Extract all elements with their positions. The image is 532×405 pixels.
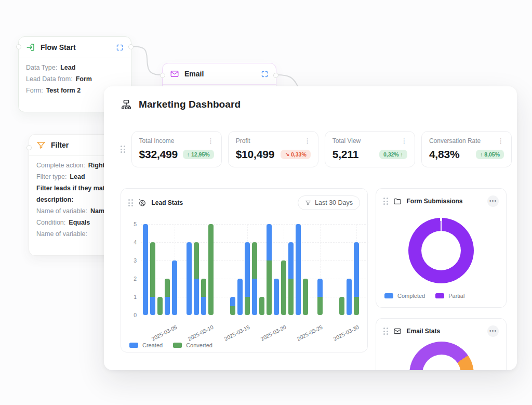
bar-segment-created bbox=[354, 242, 359, 297]
legend-label: Converted bbox=[186, 342, 212, 348]
node-handle-right[interactable] bbox=[273, 73, 278, 78]
sitemap-icon bbox=[121, 99, 132, 110]
trend-badge: ↑ 8,05% bbox=[476, 150, 504, 159]
bar-segment-created bbox=[194, 279, 199, 315]
bar-segment-created bbox=[252, 279, 257, 315]
field-label: Filter leads if they match description: bbox=[36, 185, 113, 203]
email-stats-header: Email Stats ••• bbox=[376, 319, 506, 344]
donut-legend: CompletedPartial bbox=[384, 293, 464, 299]
node-handle-right[interactable] bbox=[128, 44, 134, 49]
envelope-icon bbox=[393, 327, 402, 335]
lead-stats-bar-chart: CreatedConverted 0123452025-03-052025-03… bbox=[121, 217, 367, 353]
kebab-menu-icon[interactable]: ⋮ bbox=[498, 138, 504, 144]
bar-segment-converted bbox=[281, 260, 286, 315]
y-axis-label: 4 bbox=[125, 239, 137, 245]
stat-label: Total View bbox=[332, 137, 361, 145]
bar-segment-created bbox=[288, 242, 294, 279]
bar-segment-converted bbox=[157, 297, 163, 315]
form-submissions-donut bbox=[408, 218, 474, 283]
stat-card: Profit⋮$10,499↘ 0,33% bbox=[228, 131, 318, 167]
node-handle-left[interactable] bbox=[16, 44, 21, 49]
bar-segment-created bbox=[245, 242, 250, 297]
email-stats-donut bbox=[409, 342, 474, 370]
form-submissions-card: Form Submissions ••• CompletedPartial bbox=[376, 188, 507, 308]
card-menu-button[interactable]: ••• bbox=[487, 195, 499, 207]
node-field-row: Lead Data from:Form bbox=[26, 73, 124, 85]
stat-card: Total Income⋮$32,499↑ 12,95% bbox=[131, 131, 222, 167]
field-label: Name of variable: bbox=[36, 230, 87, 238]
y-axis-label: 1 bbox=[125, 294, 137, 300]
node-handle-left[interactable] bbox=[26, 145, 32, 150]
kebab-menu-icon[interactable]: ⋮ bbox=[401, 138, 407, 144]
bar-segment-created bbox=[296, 224, 301, 315]
stat-value: $32,499 bbox=[139, 148, 178, 161]
trend-badge: ↑ 12,95% bbox=[183, 150, 214, 159]
divider bbox=[163, 84, 276, 85]
drag-handle-icon[interactable] bbox=[128, 199, 133, 206]
flow-start-header: Flow Start bbox=[19, 37, 131, 58]
field-label: Form: bbox=[26, 87, 43, 94]
bar-segment-converted bbox=[252, 242, 257, 279]
bar-segment-created bbox=[230, 297, 235, 306]
bar-segment-converted bbox=[354, 297, 359, 315]
bar-segment-created bbox=[274, 279, 279, 315]
y-axis-label: 3 bbox=[125, 257, 137, 264]
panel-header: Marketing Dashboard bbox=[121, 99, 241, 110]
x-axis-label: 2025-03-15 bbox=[214, 324, 250, 347]
drag-handle-icon[interactable] bbox=[383, 328, 388, 335]
field-label: Condition: bbox=[36, 219, 65, 226]
x-axis-label: 2025-03-20 bbox=[250, 324, 287, 347]
stat-card: Total View⋮5,2110,32% ↑ bbox=[325, 131, 415, 167]
stats-row: Total Income⋮$32,499↑ 12,95%Profit⋮$10,4… bbox=[121, 131, 512, 167]
bar-segment-created bbox=[187, 242, 192, 315]
drag-handle-icon[interactable] bbox=[121, 146, 125, 153]
stat-value: $10,499 bbox=[236, 148, 275, 161]
expand-icon[interactable] bbox=[116, 44, 124, 51]
envelope-icon bbox=[170, 69, 179, 79]
field-label: Name of variable: bbox=[36, 207, 87, 215]
field-label: Data Type: bbox=[26, 64, 57, 71]
bar-segment-converted bbox=[267, 260, 272, 315]
bar-segment-converted bbox=[201, 279, 206, 297]
kebab-menu-icon[interactable]: ⋮ bbox=[304, 138, 311, 144]
y-axis-label: 5 bbox=[125, 221, 137, 227]
flow-start-title: Flow Start bbox=[41, 43, 76, 51]
funnel-icon bbox=[36, 140, 46, 150]
form-submissions-header: Form Submissions ••• bbox=[376, 189, 506, 214]
node-handle-left[interactable] bbox=[160, 73, 165, 78]
kebab-menu-icon[interactable]: ⋮ bbox=[208, 138, 214, 144]
legend-swatch bbox=[435, 293, 444, 298]
field-value: Equals bbox=[69, 219, 90, 226]
legend-item: Completed bbox=[384, 293, 425, 299]
field-value: Lead bbox=[60, 64, 75, 71]
bar-segment-converted bbox=[288, 279, 294, 315]
field-value: Form bbox=[76, 75, 92, 83]
bar-segment-converted bbox=[317, 297, 323, 315]
bar-chart-plot bbox=[141, 224, 371, 315]
last-30-days-filter[interactable]: Last 30 Days bbox=[298, 195, 360, 210]
field-value: Lead bbox=[70, 173, 85, 180]
field-value: Test form 2 bbox=[46, 87, 81, 94]
marketing-dashboard-panel: Marketing Dashboard Total Income⋮$32,499… bbox=[104, 86, 517, 370]
card-menu-button[interactable]: ••• bbox=[487, 325, 499, 337]
legend-label: Completed bbox=[397, 293, 425, 299]
page-title: Marketing Dashboard bbox=[139, 99, 241, 110]
funnel-icon bbox=[305, 200, 311, 206]
email-node-title: Email bbox=[184, 70, 204, 78]
lead-stats-header: Lead Stats Last 30 Days bbox=[121, 189, 367, 217]
stat-value: 4,83% bbox=[429, 148, 460, 161]
bar-segment-converted bbox=[230, 306, 235, 316]
email-node-header: Email bbox=[163, 63, 276, 84]
bar-segment-converted bbox=[194, 242, 199, 279]
expand-icon[interactable] bbox=[261, 70, 269, 78]
bar-segment-created bbox=[347, 279, 352, 315]
bar-segment-created bbox=[317, 279, 323, 297]
legend-label: Partial bbox=[448, 293, 464, 299]
email-stats-title: Email Stats bbox=[407, 328, 441, 335]
bar-segment-converted bbox=[339, 297, 344, 315]
flow-start-icon bbox=[26, 43, 35, 52]
bar-segment-converted bbox=[208, 224, 214, 315]
bar-segment-created bbox=[143, 224, 148, 315]
field-label: Lead Data from: bbox=[26, 75, 73, 83]
drag-handle-icon[interactable] bbox=[383, 198, 388, 205]
